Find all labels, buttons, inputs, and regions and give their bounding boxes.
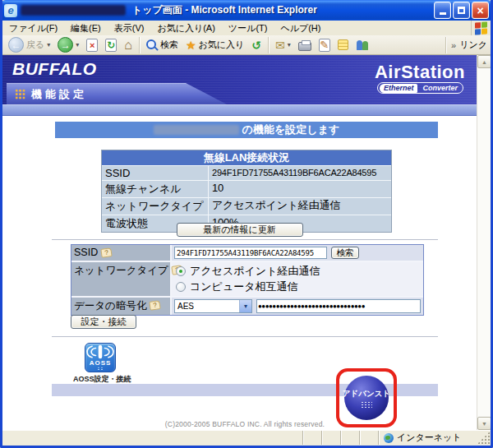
toolbar: ← 戻る ▾ → ▾ × ↻ ⌂ 検索 ★ お気に入り ↺ ✉ <box>2 35 491 55</box>
stop-button[interactable]: × <box>84 38 100 53</box>
encryption-key-input[interactable]: ●●●●●●●●●●●●●●●●●●●●●●●●●●●●●● <box>256 299 421 313</box>
aoss-icon-text: AOSS <box>90 360 112 367</box>
header-gradient-strip <box>2 104 477 116</box>
tab-function-settings[interactable]: 機能設定 <box>7 83 230 104</box>
row-value-ssid: 294F1FD71755A43119BF6ACA22A84595 <box>209 166 391 180</box>
maximize-icon <box>458 7 465 14</box>
menu-favorites[interactable]: お気に入り(A) <box>150 21 221 36</box>
search-button[interactable]: 検索 <box>144 38 181 52</box>
menu-edit[interactable]: 編集(E) <box>64 21 108 36</box>
home-button[interactable]: ⌂ <box>122 37 135 53</box>
menu-tools[interactable]: ツール(T) <box>222 21 274 36</box>
vertical-scrollbar[interactable]: ▲ ▼ <box>477 55 491 430</box>
stop-icon: × <box>86 39 98 52</box>
refresh-info-button[interactable]: 最新の情報に更新 <box>177 223 303 237</box>
window-controls: × <box>434 2 489 19</box>
row-label-network-type: ネットワークタイプ <box>102 198 209 215</box>
badge-ethernet: Ethernet <box>380 84 418 93</box>
overflow-chevron-icon[interactable]: » <box>451 40 456 50</box>
messenger-icon <box>356 39 370 51</box>
radio-access-point[interactable]: アクセスポイント経由通信 <box>176 264 320 279</box>
scroll-down-button[interactable]: ▼ <box>477 417 491 430</box>
form-row-ssid: SSID ? 検索 <box>71 245 423 261</box>
encryption-select[interactable]: AES ▾ <box>174 299 252 313</box>
connect-button[interactable]: 設定・接続 <box>71 315 136 329</box>
wireless-status-table: 無線LAN接続状況 SSID 294F1FD71755A43119BF6ACA2… <box>101 150 392 233</box>
forward-button[interactable]: → ▾ <box>55 36 81 53</box>
arrow-up-icon: ▲ <box>481 59 487 65</box>
history-button[interactable]: ↺ <box>249 38 264 53</box>
back-caret-icon[interactable]: ▾ <box>47 41 50 48</box>
ssid-search-button[interactable]: 検索 <box>331 247 359 259</box>
links-label[interactable]: リンク <box>459 39 487 51</box>
page-content: BUFFALO AirStation Ethernet Converter 機能… <box>2 55 477 430</box>
badge-converter: Converter <box>419 84 461 93</box>
mail-button[interactable]: ✉ ▾ <box>273 38 293 53</box>
ssid-field-label: SSID ? <box>71 245 172 261</box>
radio-adhoc[interactable]: コンピュータ相互通信 <box>176 279 298 294</box>
maximize-button[interactable] <box>453 2 470 19</box>
menu-view[interactable]: 表示(V) <box>108 21 151 36</box>
refresh-button[interactable]: ↻ <box>103 38 119 53</box>
ethernet-converter-badge: Ethernet Converter <box>377 82 463 94</box>
status-message-area <box>2 431 302 445</box>
resize-grip[interactable] <box>477 432 490 444</box>
ssid-input[interactable] <box>174 247 327 259</box>
messenger-button[interactable] <box>353 39 372 52</box>
mail-icon: ✉ <box>275 39 285 52</box>
home-icon: ⌂ <box>124 38 132 53</box>
minimize-button[interactable] <box>434 2 451 19</box>
page-title: の機能を設定します <box>55 122 438 138</box>
discuss-button[interactable] <box>335 39 351 51</box>
status-cell <box>322 431 340 445</box>
status-cell <box>360 431 378 445</box>
ssid-field-value: 検索 <box>172 245 423 261</box>
radio-button-icon[interactable] <box>176 266 186 276</box>
network-type-options: アクセスポイント経由通信 コンピュータ相互通信 <box>172 262 423 296</box>
aoss-button[interactable]: AOSS <box>85 343 116 372</box>
status-cell <box>341 431 359 445</box>
favorites-button[interactable]: ★ お気に入り <box>183 38 246 53</box>
help-icon[interactable]: ? <box>150 300 161 311</box>
security-zone-cell: インターネット <box>379 431 477 445</box>
menu-help[interactable]: ヘルプ(H) <box>274 21 327 36</box>
radio-label: コンピュータ相互通信 <box>190 279 298 294</box>
page-title-text: の機能を設定します <box>242 122 340 137</box>
table-row: SSID 294F1FD71755A43119BF6ACA22A84595 <box>102 165 391 180</box>
buffalo-logo: BUFFALO <box>12 59 97 79</box>
toolbar-separator <box>445 37 446 53</box>
encryption-field-value: AES ▾ ●●●●●●●●●●●●●●●●●●●●●●●●●●●●●● <box>172 298 423 315</box>
aoss-antenna-icon <box>86 344 114 360</box>
back-button[interactable]: ← 戻る ▾ <box>6 36 53 53</box>
favorites-label: お気に入り <box>199 39 245 51</box>
radio-label: アクセスポイント経由通信 <box>190 264 320 279</box>
scroll-up-button[interactable]: ▲ <box>477 55 491 68</box>
radio-button-icon[interactable] <box>176 282 186 292</box>
close-button[interactable]: × <box>472 2 489 19</box>
edit-icon: ✎ <box>319 39 330 52</box>
search-label: 検索 <box>160 39 178 51</box>
toolbar-separator <box>139 37 140 53</box>
status-cell <box>303 431 321 445</box>
aoss-dots-icon <box>97 367 104 370</box>
browser-window: e トップ画面 - Microsoft Internet Explorer × … <box>0 0 493 448</box>
print-button[interactable] <box>296 39 314 52</box>
form-row-network-type: ネットワークタイプ ? アクセスポイント経由通信 コンピュータ相互通信 <box>71 261 423 296</box>
encryption-field-label: データの暗号化 ? <box>71 298 172 315</box>
row-value-channel: 10 <box>209 181 391 197</box>
mail-caret-icon[interactable]: ▾ <box>288 41 291 48</box>
discuss-icon <box>338 39 348 50</box>
redacted-title-text <box>21 5 126 16</box>
menu-bar-right <box>471 21 491 35</box>
minimize-icon <box>440 12 446 15</box>
help-icon[interactable]: ? <box>100 247 112 258</box>
title-bar: e トップ画面 - Microsoft Internet Explorer × <box>0 0 493 21</box>
close-icon: × <box>477 5 483 16</box>
chevron-down-icon[interactable]: ▾ <box>239 300 251 312</box>
favorites-star-icon: ★ <box>186 39 196 52</box>
toolbar-separator <box>268 37 269 53</box>
menu-file[interactable]: ファイル(F) <box>2 21 64 36</box>
forward-caret-icon[interactable]: ▾ <box>76 41 79 48</box>
grid-dots-icon <box>15 89 25 99</box>
edit-button[interactable]: ✎ <box>316 38 333 53</box>
